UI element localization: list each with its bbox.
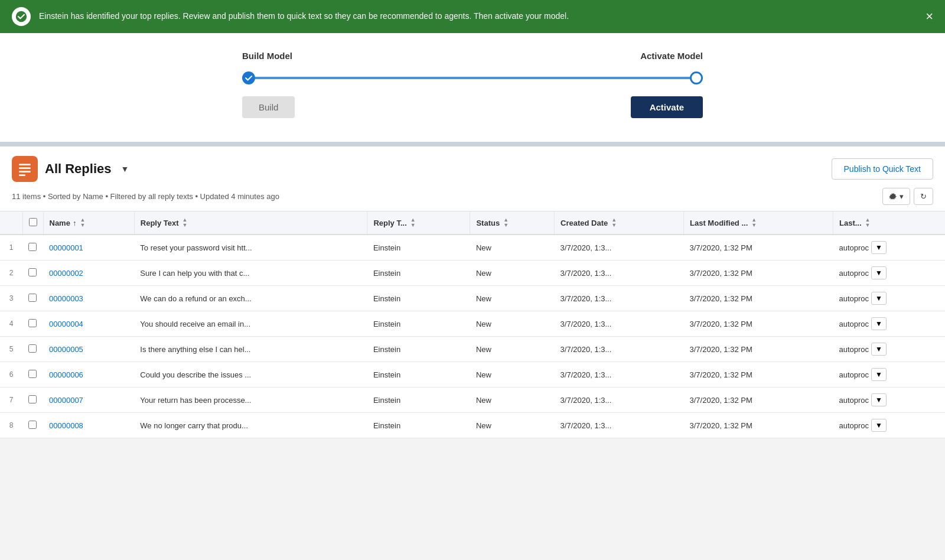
publish-button[interactable]: Publish to Quick Text xyxy=(832,158,933,180)
row-created-date: 3/7/2020, 1:3... xyxy=(555,388,684,413)
row-status: New xyxy=(470,235,555,261)
row-reply-type: Einstein xyxy=(367,413,470,438)
refresh-button[interactable]: ↻ xyxy=(914,188,933,205)
success-icon xyxy=(12,7,31,26)
col-last-modified[interactable]: Last Modified ... ▲▼ xyxy=(684,211,833,235)
row-name[interactable]: 00000008 xyxy=(43,413,134,438)
step1-label: Build Model xyxy=(242,51,292,61)
row-status: New xyxy=(470,261,555,286)
row-created-date: 3/7/2020, 1:3... xyxy=(555,261,684,286)
svg-rect-4 xyxy=(19,174,25,176)
row-checkbox-cell[interactable] xyxy=(22,337,43,362)
row-last-modified: 3/7/2020, 1:32 PM xyxy=(684,235,833,261)
row-reply-text: You should receive an email in... xyxy=(134,311,367,337)
row-checkbox[interactable] xyxy=(28,344,37,353)
row-last-modified: 3/7/2020, 1:32 PM xyxy=(684,286,833,311)
row-checkbox[interactable] xyxy=(28,421,37,429)
row-num: 5 xyxy=(0,337,22,362)
row-last: autoproc ▼ xyxy=(833,235,945,260)
row-checkbox-cell[interactable] xyxy=(22,362,43,388)
row-name[interactable]: 00000001 xyxy=(43,235,134,261)
progress-track xyxy=(255,77,690,79)
col-name[interactable]: Name ↑ ▲▼ xyxy=(43,211,134,235)
row-dropdown-button[interactable]: ▼ xyxy=(871,241,887,254)
row-name[interactable]: 00000005 xyxy=(43,337,134,362)
row-reply-type: Einstein xyxy=(367,286,470,311)
row-num: 3 xyxy=(0,286,22,311)
section-divider xyxy=(0,142,945,146)
sort-icon-name: ↑ xyxy=(73,219,77,227)
row-num: 4 xyxy=(0,311,22,337)
build-button[interactable]: Build xyxy=(242,96,295,118)
step2-label: Activate Model xyxy=(640,51,703,61)
row-checkbox-cell[interactable] xyxy=(22,388,43,413)
row-checkbox[interactable] xyxy=(28,268,37,276)
settings-dropdown-arrow: ▾ xyxy=(900,192,904,201)
row-name[interactable]: 00000007 xyxy=(43,388,134,413)
table-header: All Replies ▼ Publish to Quick Text xyxy=(0,146,945,188)
row-name[interactable]: 00000004 xyxy=(43,311,134,337)
row-dropdown-button[interactable]: ▼ xyxy=(871,393,887,406)
row-checkbox[interactable] xyxy=(28,243,37,251)
subtitle-row: 11 items • Sorted by Name • Filtered by … xyxy=(0,188,945,211)
row-last-modified: 3/7/2020, 1:32 PM xyxy=(684,413,833,438)
row-name[interactable]: 00000006 xyxy=(43,362,134,388)
row-num: 8 xyxy=(0,413,22,438)
row-created-date: 3/7/2020, 1:3... xyxy=(555,413,684,438)
row-reply-text: To reset your password visit htt... xyxy=(134,235,367,261)
row-num: 6 xyxy=(0,362,22,388)
row-dropdown-button[interactable]: ▼ xyxy=(871,317,887,330)
row-checkbox[interactable] xyxy=(28,370,37,378)
settings-button[interactable]: ▾ xyxy=(882,188,910,205)
row-reply-text: We no longer carry that produ... xyxy=(134,413,367,438)
row-checkbox[interactable] xyxy=(28,319,37,327)
row-last-modified: 3/7/2020, 1:32 PM xyxy=(684,388,833,413)
select-all-checkbox[interactable] xyxy=(29,218,37,226)
row-dropdown-button[interactable]: ▼ xyxy=(871,419,887,432)
row-last: autoproc ▼ xyxy=(833,311,945,336)
col-reply-text[interactable]: Reply Text ▲▼ xyxy=(134,211,367,235)
title-dropdown-arrow[interactable]: ▼ xyxy=(120,164,129,174)
table-row: 8 00000008 We no longer carry that produ… xyxy=(0,413,945,438)
col-status[interactable]: Status ▲▼ xyxy=(470,211,555,235)
replies-table: Name ↑ ▲▼ Reply Text ▲▼ xyxy=(0,211,945,438)
status-sort-arrows: ▲▼ xyxy=(503,217,509,228)
steps-labels: Build Model Activate Model xyxy=(242,51,703,61)
row-last: autoproc ▼ xyxy=(833,362,945,387)
row-dropdown-button[interactable]: ▼ xyxy=(871,343,887,356)
banner-text: Einstein has identified your top replies… xyxy=(39,11,917,22)
activate-button[interactable]: Activate xyxy=(631,96,703,118)
col-num xyxy=(0,211,22,235)
row-last-modified: 3/7/2020, 1:32 PM xyxy=(684,337,833,362)
table-section: All Replies ▼ Publish to Quick Text 11 i… xyxy=(0,146,945,438)
row-checkbox-cell[interactable] xyxy=(22,261,43,286)
row-name[interactable]: 00000003 xyxy=(43,286,134,311)
row-checkbox-cell[interactable] xyxy=(22,311,43,337)
row-num: 1 xyxy=(0,235,22,261)
col-last[interactable]: Last... ▲▼ xyxy=(833,211,945,235)
row-reply-text: Your return has been processe... xyxy=(134,388,367,413)
row-name[interactable]: 00000002 xyxy=(43,261,134,286)
col-reply-type[interactable]: Reply T... ▲▼ xyxy=(367,211,470,235)
table-title-group: All Replies ▼ xyxy=(12,156,129,182)
row-dropdown-button[interactable]: ▼ xyxy=(871,266,887,279)
row-checkbox[interactable] xyxy=(28,294,37,302)
row-reply-type: Einstein xyxy=(367,337,470,362)
col-created-date[interactable]: Created Date ▲▼ xyxy=(555,211,684,235)
row-checkbox[interactable] xyxy=(28,395,37,403)
svg-rect-3 xyxy=(19,171,31,172)
icon-actions: ▾ ↻ xyxy=(882,188,933,205)
row-checkbox-cell[interactable] xyxy=(22,235,43,261)
created-date-sort-arrows: ▲▼ xyxy=(611,217,617,228)
row-dropdown-button[interactable]: ▼ xyxy=(871,368,887,381)
row-checkbox-cell[interactable] xyxy=(22,286,43,311)
row-status: New xyxy=(470,337,555,362)
col-checkbox-header[interactable] xyxy=(22,211,43,235)
action-buttons-row: Build Activate xyxy=(242,96,703,118)
row-checkbox-cell[interactable] xyxy=(22,413,43,438)
close-icon[interactable]: × xyxy=(926,10,933,23)
row-dropdown-button[interactable]: ▼ xyxy=(871,292,887,305)
table-title: All Replies xyxy=(45,161,111,177)
table-row: 7 00000007 Your return has been processe… xyxy=(0,388,945,413)
notification-banner: Einstein has identified your top replies… xyxy=(0,0,945,33)
